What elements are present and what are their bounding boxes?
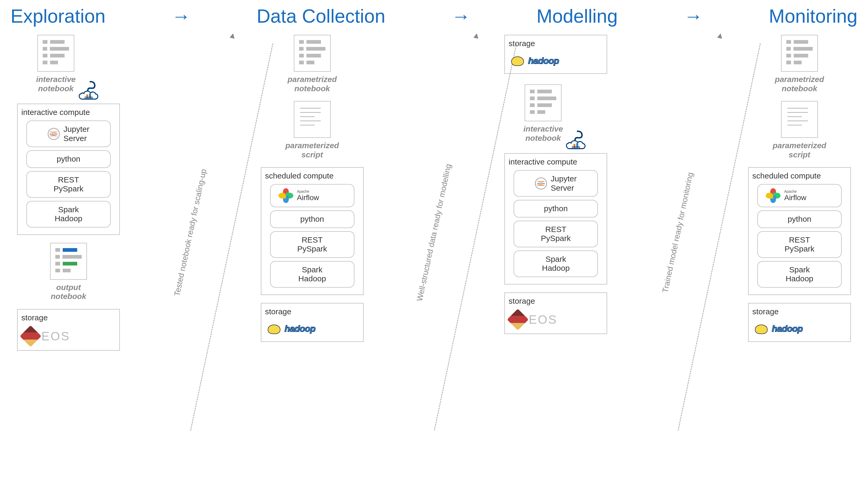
jupyter-pill: jupyter Jupyter Server xyxy=(514,170,598,197)
svg-text:SWAN: SWAN xyxy=(572,146,580,149)
rest-pyspark-pill: REST PySpark xyxy=(757,231,842,258)
transition-label-2: Well-structured data ready for modelling xyxy=(415,163,453,302)
interactive-compute-box: interactive compute jupyter Jupyter Serv… xyxy=(17,103,120,235)
storage-title: storage xyxy=(508,39,603,48)
hadoop-label: hadoop xyxy=(528,56,559,66)
output-notebook-icon xyxy=(50,243,87,280)
storage-title: storage xyxy=(508,297,603,306)
spark-hadoop-pill: Spark Hadoop xyxy=(270,261,354,288)
storage-eos-box: storage EOS xyxy=(504,292,607,334)
python-label: python xyxy=(787,215,811,224)
transition-label-1: Tested notebook ready for scaling-up xyxy=(173,168,209,297)
hadoop-label: hadoop xyxy=(772,324,803,334)
jupyter-icon: jupyter xyxy=(535,177,547,189)
phase-datacollection-title: Data Collection xyxy=(257,5,385,27)
spark-hadoop-label: Spark Hadoop xyxy=(542,255,570,273)
swan-icon: SWAN xyxy=(564,129,588,151)
hadoop-icon: hadoop xyxy=(265,320,360,338)
swan-icon: SWAN xyxy=(77,80,101,101)
notebook-icon xyxy=(294,35,331,72)
hadoop-icon: hadoop xyxy=(508,52,603,70)
rest-pyspark-pill: REST PySpark xyxy=(26,171,111,198)
parametrized-notebook-caption: parametrized notebook xyxy=(287,75,337,93)
eos-icon: EOS xyxy=(508,309,603,330)
script-icon xyxy=(294,101,331,138)
hadoop-label: hadoop xyxy=(285,324,315,334)
notebook-icon xyxy=(37,35,74,72)
storage-title: storage xyxy=(752,307,847,316)
airflow-apache-label: Apache xyxy=(297,189,309,193)
notebook-icon xyxy=(525,84,562,121)
python-label: python xyxy=(544,204,567,213)
column-monitoring: parametrized notebook parameterized scri… xyxy=(742,35,858,350)
storage-title: storage xyxy=(21,313,116,322)
diagram-body: interactive notebook SWAN interactive co… xyxy=(10,35,858,430)
airflow-apache-label: Apache xyxy=(784,189,797,193)
python-label: python xyxy=(57,154,81,164)
output-notebook-caption: output notebook xyxy=(51,283,87,301)
airflow-label: Airflow xyxy=(297,193,319,202)
jupyter-label: Jupyter Server xyxy=(551,174,577,192)
spark-hadoop-pill: Spark Hadoop xyxy=(757,261,842,288)
arrow-icon: → xyxy=(452,5,470,27)
rest-pyspark-pill: REST PySpark xyxy=(514,221,598,247)
script-icon xyxy=(781,101,818,138)
phase-modelling-title: Modelling xyxy=(536,5,618,27)
python-pill: python xyxy=(270,210,354,228)
column-data-collection: parametrized notebook parameterized scri… xyxy=(254,35,370,350)
svg-text:SWAN: SWAN xyxy=(84,96,93,99)
eos-label: EOS xyxy=(529,312,557,327)
spark-hadoop-pill: Spark Hadoop xyxy=(514,250,598,277)
interactive-compute-box: interactive compute jupyter Jupyter Serv… xyxy=(504,153,607,284)
compute-box-title: interactive compute xyxy=(21,108,116,117)
hadoop-icon: hadoop xyxy=(752,320,847,338)
storage-hadoop-box: storage hadoop xyxy=(748,303,851,342)
scheduled-compute-box: scheduled compute Apache Airflow python … xyxy=(748,167,851,295)
rest-pyspark-pill: REST PySpark xyxy=(270,231,354,258)
phase-header-row: Exploration → Data Collection → Modellin… xyxy=(10,5,858,27)
airflow-label: Airflow xyxy=(784,193,806,202)
rest-pyspark-label: REST PySpark xyxy=(297,236,327,253)
transition-arrow-1: ▲ Tested notebook ready for scaling-up xyxy=(146,35,235,430)
spark-hadoop-label: Spark Hadoop xyxy=(298,265,326,283)
python-label: python xyxy=(301,215,324,224)
compute-box-title: scheduled compute xyxy=(265,171,360,180)
phase-exploration-title: Exploration xyxy=(10,5,105,27)
parameterized-script-caption: parameterized script xyxy=(285,141,339,159)
python-pill: python xyxy=(757,210,842,228)
scheduled-compute-box: scheduled compute Apache Airflow python … xyxy=(261,167,364,295)
transition-label-3: Trained model ready for monitoring xyxy=(661,172,695,294)
transition-arrow-3: ▲ Trained model ready for monitoring xyxy=(633,35,722,430)
storage-hadoop-box-top: storage hadoop xyxy=(504,35,607,74)
parameterized-script-caption: parameterized script xyxy=(773,141,826,159)
transition-arrow-2: ▲ Well-structured data ready for modelli… xyxy=(389,35,479,430)
arrow-icon: → xyxy=(172,5,190,27)
eos-icon: EOS xyxy=(21,326,116,346)
airflow-icon xyxy=(279,188,293,203)
arrow-icon: → xyxy=(684,5,703,27)
parametrized-notebook-caption: parametrized notebook xyxy=(775,75,824,93)
interactive-notebook-caption: interactive notebook xyxy=(36,75,75,93)
eos-label: EOS xyxy=(41,329,70,343)
compute-box-title: scheduled compute xyxy=(752,171,847,180)
column-modelling: storage hadoop interactive notebook xyxy=(498,35,614,342)
spark-hadoop-label: Spark Hadoop xyxy=(785,265,813,283)
python-pill: python xyxy=(26,150,111,168)
phase-monitoring-title: Monitoring xyxy=(769,5,858,27)
airflow-icon xyxy=(766,188,780,203)
storage-hadoop-box: storage hadoop xyxy=(261,303,364,342)
rest-pyspark-label: REST PySpark xyxy=(541,225,571,243)
airflow-pill: Apache Airflow xyxy=(757,184,842,207)
python-pill: python xyxy=(514,200,598,217)
jupyter-label: Jupyter Server xyxy=(63,125,89,143)
interactive-notebook-caption: interactive notebook xyxy=(523,124,563,143)
column-exploration: interactive notebook SWAN interactive co… xyxy=(10,35,126,359)
jupyter-pill: jupyter Jupyter Server xyxy=(26,120,111,147)
storage-eos-box: storage EOS xyxy=(17,309,120,351)
airflow-pill: Apache Airflow xyxy=(270,184,354,207)
rest-pyspark-label: REST PySpark xyxy=(54,175,83,193)
compute-box-title: interactive compute xyxy=(508,157,603,167)
spark-hadoop-label: Spark Hadoop xyxy=(55,205,82,223)
storage-title: storage xyxy=(265,307,360,316)
jupyter-icon: jupyter xyxy=(48,128,60,140)
